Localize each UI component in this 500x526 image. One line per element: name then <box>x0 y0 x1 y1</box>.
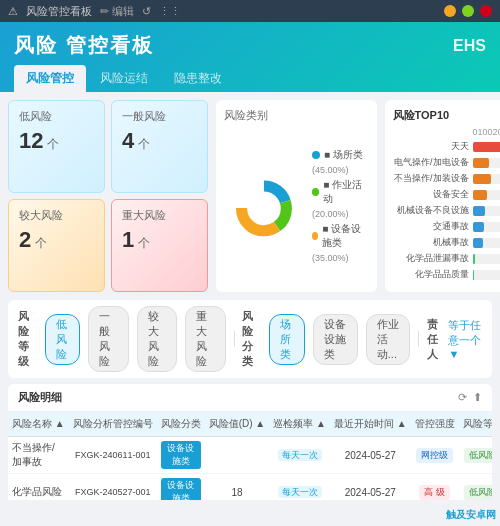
bar-name-6: 机械事故 <box>393 236 473 249</box>
cell-category: 设备设施类 <box>157 474 205 501</box>
page-logo: EHS <box>453 37 486 55</box>
cell-name: 不当操作/加事故 <box>8 437 69 474</box>
bar-fill-3 <box>473 190 487 200</box>
col-name: 风险名称 ▲ <box>8 412 69 437</box>
high-risk-label: 重大风险 <box>122 208 197 223</box>
refresh-icon[interactable]: ⟳ <box>458 391 467 404</box>
page-title: 风险 管控看板 <box>14 32 154 59</box>
assignee-filter-select[interactable]: 等于任意一个 ▼ <box>448 318 482 360</box>
donut-legend: ■ 场所类 (45.00%) ■ 作业活动 (20.00%) ■ 设备设施类 <box>312 148 369 263</box>
tab-risk-connection[interactable]: 风险运结 <box>88 65 160 92</box>
title-bar-icon: ⚠ <box>8 5 18 18</box>
risk-table-title: 风险明细 <box>18 390 62 405</box>
bar-track-7 <box>473 254 500 264</box>
bar-track-2 <box>473 174 500 184</box>
donut-title: 风险类别 <box>224 108 369 123</box>
donut-label-orange: (35.00%) <box>312 253 369 263</box>
col-start-date: 最近开始时间 ▲ <box>330 412 411 437</box>
bar-chart-area: 风险TOP10 0 100 200 300 400 天天 400 电气操作/加电… <box>385 100 500 292</box>
bar-fill-4 <box>473 206 486 216</box>
bar-row-2: 不当操作/加装设备 180 <box>393 172 500 185</box>
bar-fill-2 <box>473 174 492 184</box>
col-control: 管控强度 <box>411 412 459 437</box>
window-controls <box>444 5 492 17</box>
bar-row-0: 天天 400 <box>393 140 500 153</box>
filter-high-risk[interactable]: 重大风险 <box>185 306 226 372</box>
title-bar-label: 风险管控看板 <box>26 4 92 19</box>
col-risk-level: 风险等级 <box>459 412 492 437</box>
stat-high-risk: 重大风险 1 个 <box>111 199 208 292</box>
legend-dot-orange <box>312 232 318 240</box>
title-bar: ⚠ 风险管控看板 ✏ 编辑 ↺ ⋮⋮ <box>0 0 500 22</box>
risk-table-body: 不当操作/加事故 FXGK-240611-001 设备设施类 每天一次 2024… <box>8 437 492 501</box>
cell-value: 18 <box>205 474 270 501</box>
tab-risk-control[interactable]: 风险管控 <box>14 65 86 92</box>
bar-row-8: 化学品品质量 18 <box>393 268 500 281</box>
risk-table-header: 风险明细 ⟳ ⬆ <box>8 384 492 412</box>
toolbar-edit[interactable]: ✏ 编辑 <box>100 4 134 19</box>
bar-track-1 <box>473 158 500 168</box>
category-filter-label: 风险分类 <box>242 309 261 369</box>
stat-low-risk: 低风险 12 个 <box>8 100 105 193</box>
table-row-1[interactable]: 化学品风险 FXGK-240527-001 设备设施类 18 每天一次 2024… <box>8 474 492 501</box>
filter-low-risk[interactable]: 低风险 <box>45 314 81 365</box>
filter-category-scene[interactable]: 场所类 <box>269 314 305 365</box>
stat-cards: 低风险 12 个 一般风险 4 个 较大风险 <box>8 100 208 292</box>
normal-risk-value: 4 个 <box>122 128 197 154</box>
filter-category-work[interactable]: 作业活动... <box>366 314 410 365</box>
legend-item-green: ■ 作业活动 <box>312 178 369 206</box>
bar-row-7: 化学品泄漏事故 27 <box>393 252 500 265</box>
page-header-top: 风险 管控看板 EHS <box>14 32 486 59</box>
bar-row-1: 电气操作/加电设备 152 <box>393 156 500 169</box>
normal-risk-label: 一般风险 <box>122 109 197 124</box>
bar-chart-rows: 天天 400 电气操作/加电设备 152 不当操作/加装设备 180 设备安全 … <box>393 140 500 281</box>
donut-chart-area: 风险类别 <box>216 100 377 292</box>
bar-row-3: 设备安全 135 <box>393 188 500 201</box>
cell-name: 化学品风险 <box>8 474 69 501</box>
bar-fill-6 <box>473 238 483 248</box>
toolbar-more[interactable]: ⋮⋮ <box>159 5 181 18</box>
col-category: 风险分类 <box>157 412 205 437</box>
bar-name-4: 机械设备不良设施 <box>393 204 473 217</box>
legend-dot-green <box>312 188 319 196</box>
bar-axis: 0 100 200 300 400 <box>393 127 500 137</box>
watermark: 触及安卓网 <box>446 508 496 522</box>
bar-fill-8 <box>473 270 475 280</box>
export-icon[interactable]: ⬆ <box>473 391 482 404</box>
tab-hidden-fix[interactable]: 隐患整改 <box>162 65 234 92</box>
cell-control: 网控级 <box>411 437 459 474</box>
filter-category-device[interactable]: 设备设施类 <box>313 314 358 365</box>
toolbar-refresh[interactable]: ↺ <box>142 5 151 18</box>
risk-table: 风险名称 ▲ 风险分析管控编号 风险分类 风险值(D) ▲ 巡检频率 ▲ 最近开… <box>8 412 492 500</box>
filter-normal-risk[interactable]: 一般风险 <box>88 306 129 372</box>
bar-name-1: 电气操作/加电设备 <box>393 156 473 169</box>
main-layout: 风险 管控看板 EHS 风险管控 风险运结 隐患整改 低风险 12 <box>0 22 500 500</box>
donut-label-green: (20.00%) <box>312 209 369 219</box>
dashboard: 低风险 12 个 一般风险 4 个 较大风险 <box>0 92 500 500</box>
legend-item-orange: ■ 设备设施类 <box>312 222 369 250</box>
cell-risk-level: 低风险 <box>459 437 492 474</box>
bar-row-6: 机械事故 97 <box>393 236 500 249</box>
minimize-btn[interactable] <box>444 5 456 17</box>
bar-name-7: 化学品泄漏事故 <box>393 252 473 265</box>
close-btn[interactable] <box>480 5 492 17</box>
watermark-logo: 触及安卓网 <box>446 508 496 522</box>
maximize-btn[interactable] <box>462 5 474 17</box>
legend-dot-blue <box>312 151 320 159</box>
page-header: 风险 管控看板 EHS 风险管控 风险运结 隐患整改 <box>0 22 500 92</box>
cell-code: FXGK-240611-001 <box>69 437 157 474</box>
donut-svg <box>224 161 304 251</box>
low-risk-value: 12 个 <box>19 128 94 154</box>
filter-medium-risk[interactable]: 较大风险 <box>137 306 178 372</box>
cell-category: 设备设施类 <box>157 437 205 474</box>
bar-fill-5 <box>473 222 484 232</box>
cell-control: 高 级 <box>411 474 459 501</box>
cell-value <box>205 437 270 474</box>
bar-row-4: 机械设备不良设施 120 <box>393 204 500 217</box>
table-row-0[interactable]: 不当操作/加事故 FXGK-240611-001 设备设施类 每天一次 2024… <box>8 437 492 474</box>
stat-normal-risk: 一般风险 4 个 <box>111 100 208 193</box>
assignee-filter-label: 责任人 <box>427 317 441 362</box>
cell-code: FXGK-240527-001 <box>69 474 157 501</box>
bar-fill-7 <box>473 254 476 264</box>
stats-row: 低风险 12 个 一般风险 4 个 较大风险 <box>8 100 492 292</box>
